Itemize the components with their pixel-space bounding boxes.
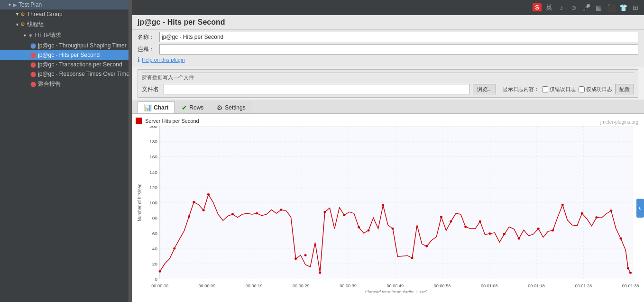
svg-point-79 — [620, 238, 622, 240]
svg-point-70 — [488, 232, 491, 235]
filename-input[interactable] — [164, 84, 470, 94]
error-log-checkbox-label[interactable]: 仅错误日志 — [542, 86, 576, 93]
sidebar-item-label: jp@gc - Transactions per Second — [38, 61, 122, 68]
form-area: 名称： 注释： ℹ Help on this plugin — [132, 30, 644, 67]
sidebar-item-response-times[interactable]: ⬤jp@gc - Response Times Over Time — [0, 69, 129, 79]
svg-point-72 — [518, 238, 520, 240]
tab-chart[interactable]: 📊 Chart — [138, 101, 175, 113]
topbar-box-icon[interactable]: ⬛ — [606, 3, 616, 12]
svg-text:00:00:00: 00:00:00 — [151, 284, 168, 288]
sidebar-item-test-plan[interactable]: ▼▶Test Plan — [0, 0, 129, 9]
topbar-face-icon[interactable]: ☺ — [569, 3, 579, 12]
success-log-checkbox[interactable] — [579, 86, 585, 92]
svg-point-48 — [188, 215, 190, 218]
brand-icon: S — [533, 3, 542, 11]
svg-point-76 — [581, 212, 583, 215]
aggregate-report-icon: ⬤ — [30, 81, 36, 87]
hits-per-second-icon: ⬤ — [30, 52, 36, 58]
sidebar-item-aggregate-report[interactable]: ⬤聚合报告 — [0, 79, 129, 90]
svg-text:140: 140 — [149, 170, 158, 175]
sidebar-item-throughput-timer[interactable]: ⬤jp@gc - Throughput Shaping Timer — [0, 41, 129, 50]
settings-tab-label: Settings — [225, 104, 245, 111]
svg-point-73 — [537, 228, 540, 230]
svg-point-62 — [382, 204, 384, 207]
topbar-icons: S 英 ♪ ☺ 🎤 ▦ ⬛ 👕 ⊞ — [533, 3, 640, 12]
svg-text:00:01:28: 00:01:28 — [575, 284, 592, 288]
browse-button[interactable]: 浏览... — [473, 84, 496, 94]
svg-point-68 — [464, 226, 467, 228]
svg-text:160: 160 — [149, 155, 158, 160]
chart-container: 0 20 40 60 80 100 120 140 160 180 200 Nu… — [136, 126, 640, 293]
svg-text:100: 100 — [149, 200, 158, 205]
sidebar-item-label: Test Plan — [18, 1, 42, 8]
transactions-per-second-icon: ⬤ — [30, 62, 36, 68]
http-requests-icon: ▼ — [28, 33, 33, 38]
svg-point-63 — [392, 228, 394, 230]
throughput-timer-icon: ⬤ — [30, 43, 36, 49]
svg-point-81 — [629, 272, 632, 274]
topbar-apps-icon[interactable]: ⊞ — [631, 3, 640, 12]
name-row: 名称： — [138, 32, 638, 42]
test-plan-icon: ▶ — [13, 2, 17, 8]
sidebar-item-transactions-per-second[interactable]: ⬤jp@gc - Transactions per Second — [0, 60, 129, 69]
svg-point-47 — [173, 247, 175, 250]
main-content: S 英 ♪ ☺ 🎤 ▦ ⬛ 👕 ⊞ jp@gc - Hits per Secon… — [132, 0, 644, 302]
sidebar-item-label: jp@gc - Response Times Over Time — [38, 71, 129, 77]
svg-point-67 — [450, 220, 452, 223]
svg-point-66 — [440, 216, 442, 218]
log-label: 显示日志内容： — [503, 86, 539, 93]
chart-tab-label: Chart — [154, 104, 168, 111]
svg-point-55 — [294, 257, 297, 260]
svg-point-64 — [411, 257, 414, 259]
topbar-shirt-icon[interactable]: 👕 — [618, 3, 628, 12]
topbar-lang-icon[interactable]: 英 — [544, 3, 554, 12]
config-button[interactable]: 配置 — [615, 84, 634, 94]
svg-text:00:00:58: 00:00:58 — [434, 284, 451, 288]
settings-tab-icon: ⚙ — [217, 104, 223, 111]
svg-point-50 — [202, 209, 205, 211]
legend-label: Server Hits per Second — [145, 118, 199, 124]
svg-text:00:00:09: 00:00:09 — [199, 284, 216, 288]
error-log-checkbox[interactable] — [542, 86, 548, 92]
name-input[interactable] — [159, 32, 638, 42]
sidebar-item-label: jp@gc - Hits per Second — [38, 52, 100, 58]
scroll-handle[interactable]: 6 — [636, 199, 644, 218]
comment-input[interactable] — [159, 44, 638, 55]
svg-text:80: 80 — [152, 216, 158, 221]
svg-point-46 — [159, 270, 161, 273]
sidebar-item-http-requests[interactable]: ▼▼HTTP请求 — [0, 30, 129, 41]
svg-point-71 — [503, 233, 506, 235]
sidebar-item-thread-group[interactable]: ▼⚙Thread Group — [0, 9, 129, 19]
comment-label: 注释： — [138, 46, 156, 54]
help-link[interactable]: Help on this plugin — [142, 57, 185, 63]
svg-text:Number of hits/sec: Number of hits/sec — [137, 184, 142, 221]
topbar-music-icon[interactable]: ♪ — [557, 3, 566, 12]
tab-settings[interactable]: ⚙ Settings — [211, 101, 251, 113]
svg-point-61 — [368, 229, 370, 232]
svg-point-56 — [304, 254, 307, 256]
svg-text:00:00:19: 00:00:19 — [246, 284, 263, 288]
svg-point-65 — [425, 245, 428, 247]
svg-point-54 — [280, 209, 282, 211]
svg-point-78 — [610, 210, 612, 212]
sidebar-item-label: jp@gc - Throughput Shaping Timer — [38, 42, 127, 49]
sidebar-item-thread-group-cn[interactable]: ▼⚙线程组 — [0, 19, 129, 30]
page-title: jp@gc - Hits per Second — [132, 15, 644, 30]
topbar-mic-icon[interactable]: 🎤 — [581, 3, 591, 12]
svg-point-77 — [595, 216, 598, 219]
response-times-icon: ⬤ — [30, 71, 36, 77]
sidebar-item-hits-per-second[interactable]: ⬤jp@gc - Hits per Second — [0, 50, 129, 60]
chart-svg: 0 20 40 60 80 100 120 140 160 180 200 Nu… — [136, 126, 640, 293]
svg-point-74 — [552, 229, 554, 232]
svg-text:20: 20 — [152, 261, 158, 266]
svg-text:00:01:18: 00:01:18 — [528, 284, 545, 288]
svg-point-52 — [231, 213, 234, 216]
success-log-checkbox-label[interactable]: 仅成功日志 — [579, 86, 612, 93]
file-row: 文件名 浏览... 显示日志内容： 仅错误日志 仅成功日志 配置 — [142, 84, 634, 94]
sidebar-item-label: Thread Group — [27, 11, 63, 18]
svg-text:120: 120 — [149, 185, 158, 190]
tab-rows[interactable]: ✔ Rows — [175, 101, 210, 113]
name-label: 名称： — [138, 33, 156, 41]
topbar-grid-icon[interactable]: ▦ — [594, 3, 603, 12]
svg-point-59 — [343, 214, 345, 216]
